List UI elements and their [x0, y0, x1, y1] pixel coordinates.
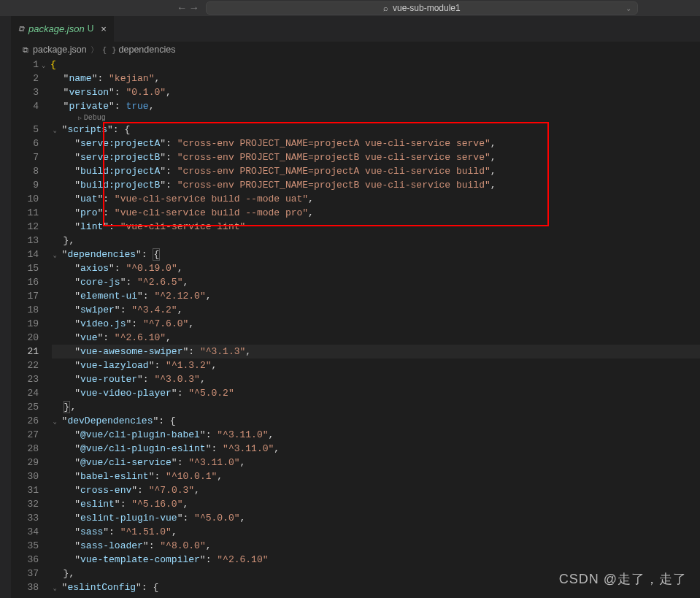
breadcrumb[interactable]: ⧉ package.json 〉 { } dependencies: [11, 42, 700, 58]
close-icon[interactable]: ×: [101, 23, 107, 34]
tab-package-json[interactable]: ⧉ package.json U ×: [11, 16, 114, 42]
activity-bar-sliver: [0, 16, 11, 598]
nav-forward-icon[interactable]: →: [191, 2, 196, 14]
json-file-icon: ⧉: [18, 24, 24, 34]
search-text: vue-sub-module1: [393, 3, 461, 13]
code-content[interactable]: ⌄{ "name": "kejian", "version": "0.1.0",…: [52, 58, 700, 598]
line-number-gutter: 1234567891011121314151617181920212223242…: [11, 58, 52, 598]
search-icon: ⌕: [383, 4, 388, 12]
chevron-right-icon: 〉: [91, 45, 99, 55]
json-file-icon: ⧉: [23, 45, 28, 55]
breadcrumb-file: package.json: [33, 45, 87, 55]
command-center-search[interactable]: ⌕ vue-sub-module1 ⌄: [206, 1, 638, 15]
object-icon: { }: [102, 45, 117, 55]
modified-indicator: U: [88, 23, 94, 34]
breadcrumb-symbol: dependencies: [119, 45, 176, 55]
title-bar: ← → ⌕ vue-sub-module1 ⌄: [0, 0, 700, 16]
chevron-down-icon[interactable]: ⌄: [626, 4, 631, 12]
code-editor[interactable]: 1234567891011121314151617181920212223242…: [11, 58, 700, 598]
tab-label: package.json: [28, 23, 85, 34]
nav-back-icon[interactable]: ←: [179, 2, 185, 14]
editor-tabs: ⧉ package.json U ×: [11, 16, 700, 42]
